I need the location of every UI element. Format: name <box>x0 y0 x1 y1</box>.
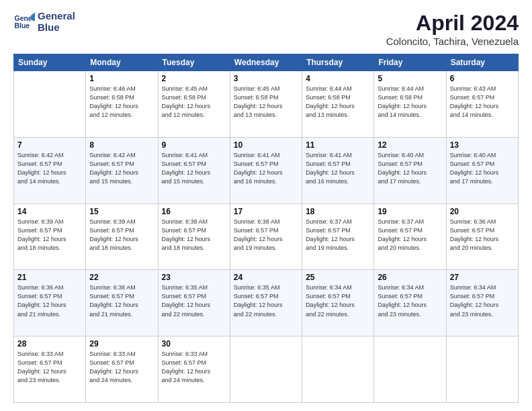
day-number: 17 <box>234 207 298 216</box>
calendar-day-27: 27Sunrise: 6:34 AM Sunset: 6:57 PM Dayli… <box>446 270 518 336</box>
calendar-day-30: 30Sunrise: 6:33 AM Sunset: 6:57 PM Dayli… <box>158 336 230 403</box>
day-info: Sunrise: 6:35 AM Sunset: 6:57 PM Dayligh… <box>234 283 298 318</box>
calendar-header-wednesday: Wednesday <box>230 54 302 71</box>
day-number: 4 <box>306 74 370 83</box>
svg-text:Blue: Blue <box>15 21 30 29</box>
day-number: 1 <box>89 74 154 83</box>
day-number: 23 <box>162 273 226 282</box>
logo-text-blue: Blue <box>38 22 75 34</box>
calendar-day-10: 10Sunrise: 6:41 AM Sunset: 6:57 PM Dayli… <box>230 137 302 203</box>
day-info: Sunrise: 6:36 AM Sunset: 6:57 PM Dayligh… <box>450 218 515 253</box>
calendar-day-9: 9Sunrise: 6:41 AM Sunset: 6:57 PM Daylig… <box>158 137 230 203</box>
calendar-table: SundayMondayTuesdayWednesdayThursdayFrid… <box>13 54 519 403</box>
header: General Blue General Blue April 2024 Col… <box>13 11 519 47</box>
calendar-day-6: 6Sunrise: 6:43 AM Sunset: 6:57 PM Daylig… <box>446 71 518 138</box>
calendar-day-15: 15Sunrise: 6:39 AM Sunset: 6:57 PM Dayli… <box>86 203 158 270</box>
day-number: 16 <box>162 207 226 216</box>
day-info: Sunrise: 6:35 AM Sunset: 6:57 PM Dayligh… <box>162 283 226 318</box>
day-info: Sunrise: 6:44 AM Sunset: 6:58 PM Dayligh… <box>306 85 370 120</box>
calendar-week-row: 14Sunrise: 6:39 AM Sunset: 6:57 PM Dayli… <box>14 203 519 270</box>
day-info: Sunrise: 6:37 AM Sunset: 6:57 PM Dayligh… <box>306 218 370 253</box>
calendar-week-row: 7Sunrise: 6:42 AM Sunset: 6:57 PM Daylig… <box>14 137 519 203</box>
calendar-day-7: 7Sunrise: 6:42 AM Sunset: 6:57 PM Daylig… <box>14 137 86 203</box>
calendar-day-23: 23Sunrise: 6:35 AM Sunset: 6:57 PM Dayli… <box>158 270 230 336</box>
calendar-header-saturday: Saturday <box>446 54 518 71</box>
day-info: Sunrise: 6:42 AM Sunset: 6:57 PM Dayligh… <box>89 151 154 186</box>
calendar-empty-cell <box>374 336 446 403</box>
day-number: 11 <box>306 140 370 150</box>
calendar-day-12: 12Sunrise: 6:40 AM Sunset: 6:57 PM Dayli… <box>374 137 446 203</box>
calendar-day-16: 16Sunrise: 6:38 AM Sunset: 6:57 PM Dayli… <box>158 203 230 270</box>
calendar-day-22: 22Sunrise: 6:36 AM Sunset: 6:57 PM Dayli… <box>86 270 158 336</box>
day-info: Sunrise: 6:34 AM Sunset: 6:57 PM Dayligh… <box>378 283 442 318</box>
title-block: April 2024 Coloncito, Tachira, Venezuela <box>386 11 519 47</box>
day-info: Sunrise: 6:36 AM Sunset: 6:57 PM Dayligh… <box>89 283 154 318</box>
day-info: Sunrise: 6:39 AM Sunset: 6:57 PM Dayligh… <box>89 218 154 253</box>
day-info: Sunrise: 6:44 AM Sunset: 6:58 PM Dayligh… <box>378 85 442 120</box>
calendar-empty-cell <box>302 336 374 403</box>
day-number: 24 <box>234 273 298 282</box>
day-info: Sunrise: 6:43 AM Sunset: 6:57 PM Dayligh… <box>450 85 515 120</box>
day-info: Sunrise: 6:37 AM Sunset: 6:57 PM Dayligh… <box>378 218 442 253</box>
calendar-day-17: 17Sunrise: 6:38 AM Sunset: 6:57 PM Dayli… <box>230 203 302 270</box>
calendar-day-13: 13Sunrise: 6:40 AM Sunset: 6:57 PM Dayli… <box>446 137 518 203</box>
calendar-week-row: 28Sunrise: 6:33 AM Sunset: 6:57 PM Dayli… <box>14 336 519 403</box>
day-info: Sunrise: 6:33 AM Sunset: 6:57 PM Dayligh… <box>162 350 226 385</box>
logo-icon: General Blue <box>13 11 35 33</box>
day-info: Sunrise: 6:45 AM Sunset: 6:58 PM Dayligh… <box>234 85 298 120</box>
day-info: Sunrise: 6:39 AM Sunset: 6:57 PM Dayligh… <box>17 218 82 253</box>
calendar-day-8: 8Sunrise: 6:42 AM Sunset: 6:57 PM Daylig… <box>86 137 158 203</box>
day-info: Sunrise: 6:41 AM Sunset: 6:57 PM Dayligh… <box>306 151 370 186</box>
day-info: Sunrise: 6:40 AM Sunset: 6:57 PM Dayligh… <box>378 151 442 186</box>
day-number: 5 <box>378 74 442 83</box>
calendar-header-row: SundayMondayTuesdayWednesdayThursdayFrid… <box>14 54 519 71</box>
calendar-day-5: 5Sunrise: 6:44 AM Sunset: 6:58 PM Daylig… <box>374 71 446 138</box>
logo-text-general: General <box>38 11 75 22</box>
day-number: 21 <box>17 273 82 282</box>
calendar-day-25: 25Sunrise: 6:34 AM Sunset: 6:57 PM Dayli… <box>302 270 374 336</box>
calendar-day-21: 21Sunrise: 6:36 AM Sunset: 6:57 PM Dayli… <box>14 270 86 336</box>
calendar-header-friday: Friday <box>374 54 446 71</box>
day-number: 15 <box>89 207 154 216</box>
day-number: 7 <box>17 140 82 150</box>
calendar-day-11: 11Sunrise: 6:41 AM Sunset: 6:57 PM Dayli… <box>302 137 374 203</box>
calendar-week-row: 21Sunrise: 6:36 AM Sunset: 6:57 PM Dayli… <box>14 270 519 336</box>
day-number: 3 <box>234 74 298 83</box>
day-number: 22 <box>89 273 154 282</box>
calendar-day-3: 3Sunrise: 6:45 AM Sunset: 6:58 PM Daylig… <box>230 71 302 138</box>
day-info: Sunrise: 6:34 AM Sunset: 6:57 PM Dayligh… <box>306 283 370 318</box>
day-number: 9 <box>162 140 226 150</box>
day-info: Sunrise: 6:45 AM Sunset: 6:58 PM Dayligh… <box>162 85 226 120</box>
day-number: 25 <box>306 273 370 282</box>
calendar-header-thursday: Thursday <box>302 54 374 71</box>
day-info: Sunrise: 6:38 AM Sunset: 6:57 PM Dayligh… <box>234 218 298 253</box>
day-info: Sunrise: 6:42 AM Sunset: 6:57 PM Dayligh… <box>17 151 82 186</box>
subtitle: Coloncito, Tachira, Venezuela <box>386 36 519 47</box>
calendar-day-28: 28Sunrise: 6:33 AM Sunset: 6:57 PM Dayli… <box>14 336 86 403</box>
day-number: 6 <box>450 74 515 83</box>
day-info: Sunrise: 6:33 AM Sunset: 6:57 PM Dayligh… <box>17 350 82 385</box>
calendar-day-1: 1Sunrise: 6:46 AM Sunset: 6:58 PM Daylig… <box>86 71 158 138</box>
day-info: Sunrise: 6:41 AM Sunset: 6:57 PM Dayligh… <box>162 151 226 186</box>
day-number: 29 <box>89 339 154 349</box>
day-number: 10 <box>234 140 298 150</box>
page: General Blue General Blue April 2024 Col… <box>0 0 532 411</box>
day-number: 8 <box>89 140 154 150</box>
calendar-empty-cell <box>446 336 518 403</box>
day-number: 18 <box>306 207 370 216</box>
calendar-empty-cell <box>230 336 302 403</box>
logo: General Blue General Blue <box>13 11 75 33</box>
calendar-header-sunday: Sunday <box>14 54 86 71</box>
day-info: Sunrise: 6:41 AM Sunset: 6:57 PM Dayligh… <box>234 151 298 186</box>
calendar-day-29: 29Sunrise: 6:33 AM Sunset: 6:57 PM Dayli… <box>86 336 158 403</box>
main-title: April 2024 <box>386 11 519 36</box>
day-number: 2 <box>162 74 226 83</box>
day-number: 20 <box>450 207 515 216</box>
day-number: 13 <box>450 140 515 150</box>
calendar-header-tuesday: Tuesday <box>158 54 230 71</box>
calendar-week-row: 1Sunrise: 6:46 AM Sunset: 6:58 PM Daylig… <box>14 71 519 138</box>
calendar-day-2: 2Sunrise: 6:45 AM Sunset: 6:58 PM Daylig… <box>158 71 230 138</box>
day-number: 27 <box>450 273 515 282</box>
calendar-day-24: 24Sunrise: 6:35 AM Sunset: 6:57 PM Dayli… <box>230 270 302 336</box>
day-number: 30 <box>162 339 226 349</box>
